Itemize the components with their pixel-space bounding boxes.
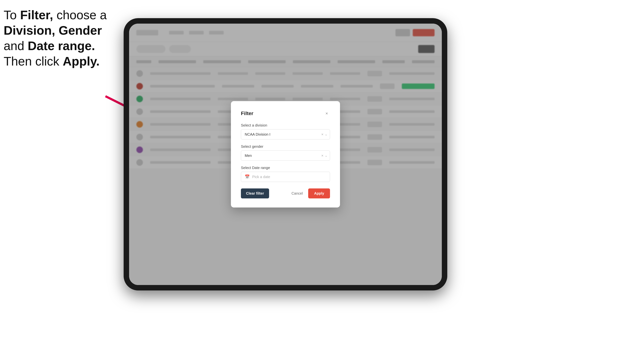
apply-button[interactable]: Apply [308, 188, 330, 198]
clear-filter-button[interactable]: Clear filter [241, 188, 269, 198]
cancel-button[interactable]: Cancel [288, 188, 306, 198]
tablet-screen: Filter × Select a division NCAA Division… [129, 24, 442, 285]
division-label: Select a division [241, 123, 330, 127]
modal-backdrop: Filter × Select a division NCAA Division… [129, 24, 442, 285]
division-select-wrapper: NCAA Division I × ⌄ [241, 129, 330, 139]
instruction-text: To Filter, choose a Division, Gender and… [4, 7, 107, 69]
date-range-label: Select Date range [241, 166, 330, 170]
gender-clear-icon[interactable]: × [321, 154, 324, 158]
filter-modal: Filter × Select a division NCAA Division… [231, 101, 340, 207]
gender-group: Select gender Men × ⌄ [241, 145, 330, 161]
gender-select[interactable]: Men [241, 151, 330, 161]
tablet-frame: Filter × Select a division NCAA Division… [124, 18, 447, 290]
division-clear-icon[interactable]: × [321, 132, 324, 137]
division-group: Select a division NCAA Division I × ⌄ [241, 123, 330, 139]
gender-label: Select gender [241, 145, 330, 149]
modal-header: Filter × [241, 110, 330, 117]
date-range-group: Select Date range 📅 Pick a date [241, 166, 330, 182]
modal-close-button[interactable]: × [324, 110, 330, 117]
date-placeholder: Pick a date [252, 175, 270, 179]
date-range-input[interactable]: 📅 Pick a date [241, 172, 330, 182]
calendar-icon: 📅 [245, 174, 250, 179]
division-select[interactable]: NCAA Division I [241, 129, 330, 139]
modal-title: Filter [241, 111, 253, 116]
modal-actions: Clear filter Cancel Apply [241, 188, 330, 198]
modal-right-actions: Cancel Apply [288, 188, 330, 198]
gender-select-wrapper: Men × ⌄ [241, 151, 330, 161]
